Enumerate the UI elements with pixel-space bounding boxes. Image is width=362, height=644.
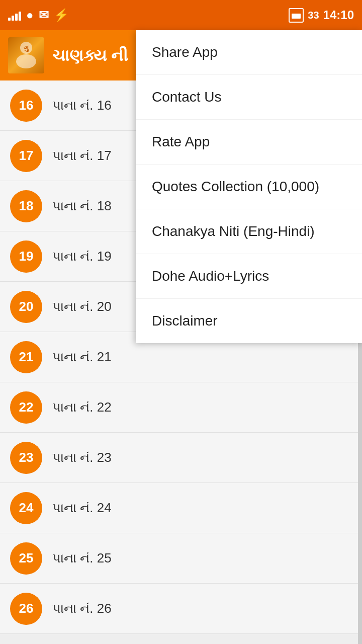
item-badge: 21 [10, 341, 42, 373]
item-badge: 25 [10, 542, 42, 575]
item-label: પાના નં. 23 [52, 450, 112, 465]
clock: 14:10 [323, 8, 354, 22]
battery-icon [289, 8, 304, 23]
item-label: પાના નં. 16 [52, 98, 112, 113]
item-label: પાના નં. 25 [52, 550, 112, 566]
usb-icon: ⚡ [54, 8, 69, 22]
battery-percent: 33 [308, 10, 319, 21]
item-badge: 26 [10, 593, 42, 625]
status-bar: ● ✉ ⚡ 33 14:10 [0, 0, 362, 30]
list-item[interactable]: 25 પાના નં. 25 [0, 533, 362, 584]
item-badge: 20 [10, 291, 42, 323]
status-left: ● ✉ ⚡ [8, 8, 69, 22]
item-label: પાના નં. 17 [52, 148, 112, 164]
list-item[interactable]: 24 પાના નં. 24 [0, 483, 362, 533]
item-label: પાના નં. 19 [52, 249, 112, 264]
item-badge: 24 [10, 492, 42, 524]
dropdown-item-rate-app[interactable]: Rate App [136, 120, 362, 165]
app-avatar: ગુ [8, 37, 44, 73]
battery-fill [292, 14, 301, 19]
svg-text:ગુ: ગુ [24, 44, 29, 52]
item-badge: 17 [10, 140, 42, 172]
whatsapp-icon: ● [26, 8, 34, 22]
item-badge: 18 [10, 190, 42, 222]
dropdown-item-dohe-audio[interactable]: Dohe Audio+Lyrics [136, 254, 362, 299]
dropdown-item-share-app[interactable]: Share App [136, 30, 362, 75]
item-label: પાના નં. 18 [52, 198, 112, 214]
item-label: પાના નં. 24 [52, 500, 112, 516]
list-item[interactable]: 22 પાના નં. 22 [0, 382, 362, 433]
status-right: 33 14:10 [289, 8, 354, 23]
item-badge: 22 [10, 391, 42, 424]
item-badge: 23 [10, 442, 42, 474]
app-icon: ગુ [8, 37, 44, 73]
dropdown-item-quotes-collection[interactable]: Quotes Collection (10,000) [136, 165, 362, 209]
item-badge: 19 [10, 240, 42, 273]
svg-point-1 [16, 54, 36, 68]
gmail-icon: ✉ [39, 8, 49, 22]
toolbar-title: ચાણક્ય ની [52, 46, 128, 65]
item-label: પાના નં. 26 [52, 601, 112, 616]
dropdown-item-disclaimer[interactable]: Disclaimer [136, 299, 362, 343]
item-label: પાના નં. 22 [52, 399, 112, 415]
item-badge: 16 [10, 90, 42, 122]
dropdown-menu[interactable]: Share AppContact UsRate AppQuotes Collec… [136, 30, 362, 343]
item-label: પાના નં. 21 [52, 349, 112, 365]
dropdown-item-chanakya-niti[interactable]: Chanakya Niti (Eng-Hindi) [136, 209, 362, 254]
list-item[interactable]: 23 પાના નં. 23 [0, 433, 362, 483]
dropdown-item-contact-us[interactable]: Contact Us [136, 75, 362, 120]
signal-icon [8, 10, 21, 21]
item-label: પાના નં. 20 [52, 299, 112, 314]
list-item[interactable]: 26 પાના નં. 26 [0, 584, 362, 634]
